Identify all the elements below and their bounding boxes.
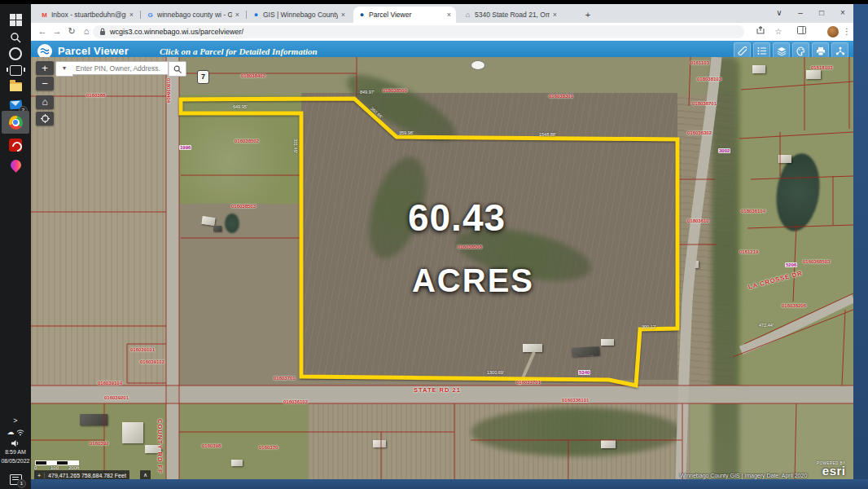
acrobat-button[interactable] bbox=[0, 136, 31, 154]
tab-google-search[interactable]: G winnebago county wi - Google S × bbox=[142, 7, 244, 23]
tab-separator bbox=[246, 11, 247, 19]
paint3d-icon bbox=[8, 157, 23, 172]
taskbar-clock-time[interactable]: 8:59 AM bbox=[0, 447, 31, 456]
highlighted-parcel-outline[interactable] bbox=[181, 99, 677, 385]
default-extent-button[interactable]: ⌂ bbox=[36, 95, 54, 109]
chrome-icon bbox=[9, 116, 23, 130]
side-panel-icon bbox=[797, 26, 806, 34]
action-center-button[interactable]: 1 bbox=[0, 470, 31, 488]
map-attribution: Winnebago County GIS | Imagery Date: Apr… bbox=[680, 473, 807, 478]
back-button[interactable]: ← bbox=[36, 24, 49, 37]
road-right bbox=[681, 57, 717, 479]
folder-icon bbox=[10, 82, 22, 91]
wave-logo-icon bbox=[40, 46, 50, 56]
address-bar[interactable]: wcgis3.co.winnebago.wi.us/parcelviewer/ bbox=[93, 25, 744, 38]
parcel-viewer-favicon: ● bbox=[358, 11, 366, 19]
oval-route-shield bbox=[471, 60, 485, 70]
minimize-button[interactable]: – bbox=[791, 6, 809, 20]
zoom-out-button[interactable]: − bbox=[36, 77, 54, 90]
taskbar-clock-date[interactable]: 08/05/2022 bbox=[0, 456, 31, 465]
browser-menu-button[interactable]: ⋮ bbox=[840, 25, 853, 38]
new-tab-button[interactable]: + bbox=[581, 8, 594, 21]
palette-icon bbox=[796, 46, 806, 56]
desktop-wallpaper-bottom bbox=[31, 479, 868, 489]
parcel-search-input[interactable] bbox=[72, 61, 169, 75]
browser-toolbar: ← → ↻ ⌂ wcgis3.co.winnebago.wi.us/parcel… bbox=[31, 23, 853, 42]
tab-close-icon[interactable]: × bbox=[235, 11, 239, 19]
tab-parcel-viewer[interactable]: ● Parcel Viewer × bbox=[353, 7, 456, 23]
printer-icon bbox=[816, 46, 826, 56]
globe-favicon: ● bbox=[252, 11, 260, 19]
paint3d-button[interactable] bbox=[0, 156, 31, 174]
google-favicon: G bbox=[147, 11, 154, 19]
tab-close-icon[interactable]: × bbox=[447, 11, 451, 19]
magnifier-icon bbox=[173, 65, 182, 73]
coordinate-text: 479,471.265 758,684.782 Feet bbox=[45, 473, 129, 478]
desktop-screen: 2 > ☁ 8:59 AM 08/05/2022 1 M Inbox - stu… bbox=[0, 0, 868, 489]
task-view-button[interactable] bbox=[0, 61, 31, 79]
crosshair-icon: + bbox=[34, 473, 45, 478]
url-text: wcgis3.co.winnebago.wi.us/parcelviewer/ bbox=[110, 28, 243, 36]
profile-avatar[interactable] bbox=[827, 26, 839, 37]
browser-window: M Inbox - stuartbeduhn@gmail.co × G winn… bbox=[31, 4, 853, 479]
volume-icon bbox=[11, 439, 20, 447]
taskbar-search[interactable] bbox=[0, 29, 31, 46]
pencil-icon bbox=[738, 46, 747, 55]
house-favicon: ⌂ bbox=[464, 11, 471, 19]
side-panel-button[interactable] bbox=[795, 25, 808, 38]
road-la-crosse bbox=[741, 298, 853, 350]
lock-icon bbox=[99, 28, 106, 36]
share-button[interactable] bbox=[754, 25, 767, 38]
search-icon bbox=[10, 32, 21, 43]
share-icon bbox=[756, 26, 765, 34]
gmail-favicon: M bbox=[41, 11, 48, 19]
chrome-button[interactable] bbox=[0, 113, 31, 131]
cortana-icon bbox=[9, 47, 22, 60]
layers-icon bbox=[777, 46, 787, 56]
tab-address-listing[interactable]: ⌂ 5340 State Road 21, Omro, WI 5 × bbox=[459, 7, 562, 23]
app-title: Parcel Viewer bbox=[58, 45, 129, 57]
coordinate-expand-button[interactable]: ∧ bbox=[140, 470, 151, 479]
esri-wordmark: esri bbox=[817, 465, 846, 476]
tab-close-icon[interactable]: × bbox=[129, 11, 134, 19]
task-view-icon bbox=[10, 65, 22, 76]
acrobat-icon bbox=[9, 139, 22, 152]
tab-search-button[interactable]: ∨ bbox=[770, 6, 788, 20]
maximize-button[interactable]: □ bbox=[813, 6, 831, 20]
tab-close-icon[interactable]: × bbox=[553, 11, 557, 19]
home-button[interactable]: ⌂ bbox=[80, 24, 93, 37]
tab-close-icon[interactable]: × bbox=[341, 11, 345, 19]
app-tagline: Click on a Parcel for Detailed Informati… bbox=[160, 46, 318, 56]
bookmark-button[interactable]: ☆ bbox=[772, 25, 785, 38]
esri-logo: POWERED BY esri bbox=[817, 461, 846, 476]
locate-button[interactable] bbox=[36, 112, 54, 126]
tab-strip: M Inbox - stuartbeduhn@gmail.co × G winn… bbox=[31, 4, 853, 23]
search-type-dropdown[interactable]: ▾ bbox=[55, 61, 73, 77]
windows-logo-icon bbox=[10, 14, 22, 26]
zoom-in-button[interactable]: + bbox=[36, 61, 54, 75]
reload-button[interactable]: ↻ bbox=[65, 24, 78, 37]
tab-gis-county[interactable]: ● GIS | Winnebago County × bbox=[248, 7, 350, 23]
desktop-wallpaper-right bbox=[853, 4, 868, 489]
notification-badge: 1 bbox=[17, 479, 26, 488]
file-explorer-button[interactable] bbox=[0, 77, 31, 95]
locate-icon bbox=[41, 114, 50, 123]
cortana-button[interactable] bbox=[0, 45, 31, 63]
close-button[interactable]: × bbox=[834, 6, 852, 20]
tab-separator bbox=[140, 11, 141, 19]
highway-shield-7: 7 bbox=[197, 70, 209, 84]
windows-taskbar: 2 > ☁ 8:59 AM 08/05/2022 1 bbox=[0, 4, 31, 489]
parcel-acreage-unit: ACRES bbox=[379, 262, 567, 299]
parcel-acreage-value: 60.43 bbox=[363, 196, 550, 240]
search-submit-button[interactable] bbox=[169, 61, 186, 77]
legend-list-icon bbox=[757, 46, 766, 55]
map-canvas[interactable]: 0160388018038402018038404018038500016038… bbox=[31, 57, 853, 479]
start-button[interactable] bbox=[0, 11, 31, 29]
app-logo bbox=[37, 44, 52, 59]
tab-gmail[interactable]: M Inbox - stuartbeduhn@gmail.co × bbox=[36, 7, 138, 23]
share-network-icon bbox=[835, 46, 845, 56]
forward-button[interactable]: → bbox=[50, 24, 64, 37]
coordinate-readout: + 479,471.265 758,684.782 Feet bbox=[34, 470, 129, 479]
